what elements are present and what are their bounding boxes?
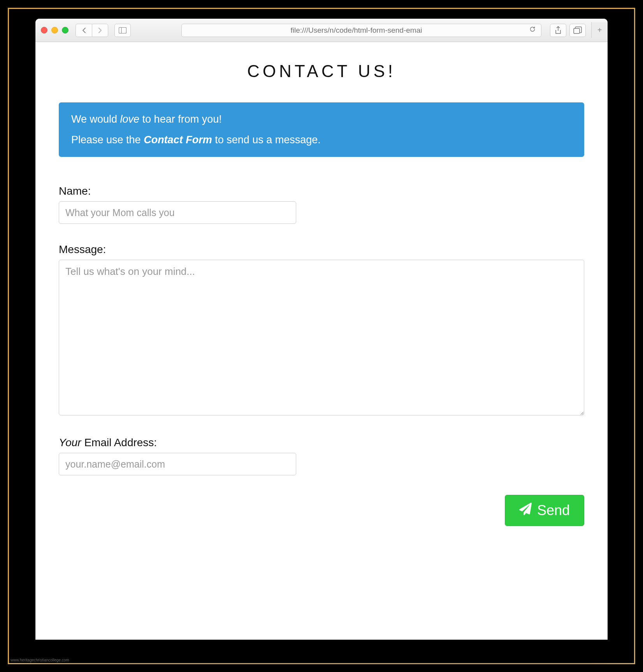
paper-plane-icon (519, 502, 532, 519)
browser-window: file:///Users/n/code/html-form-send-emai (35, 19, 608, 640)
message-input[interactable] (59, 260, 584, 415)
message-label: Message: (59, 243, 584, 256)
tabs-button[interactable] (569, 24, 586, 37)
name-label: Name: (59, 185, 584, 197)
page-content: CONTACT US! We would love to hear from y… (35, 42, 608, 640)
message-group: Message: (59, 243, 584, 417)
share-button[interactable] (550, 24, 566, 37)
address-bar[interactable]: file:///Users/n/code/html-form-send-emai (181, 24, 541, 37)
address-text: file:///Users/n/code/html-form-send-emai (187, 26, 525, 35)
forward-button[interactable] (92, 24, 108, 37)
sidebar-toggle-button[interactable] (114, 24, 131, 37)
send-button[interactable]: Send (505, 495, 584, 526)
toolbar-right: + (550, 23, 602, 38)
send-label: Send (537, 502, 570, 519)
info-box: We would love to hear from you! Please u… (59, 102, 584, 157)
reload-icon[interactable] (529, 26, 536, 34)
watermark: www.heritagechristiancollege.com (11, 658, 69, 662)
back-button[interactable] (76, 24, 92, 37)
svg-rect-0 (119, 27, 126, 33)
close-window-icon[interactable] (41, 27, 47, 33)
name-group: Name: (59, 185, 584, 224)
send-row: Send (59, 495, 584, 526)
tabs-icon (573, 26, 582, 34)
info-line-2: Please use the Contact Form to send us a… (71, 134, 572, 146)
window-controls (41, 27, 69, 33)
maximize-window-icon[interactable] (62, 27, 69, 33)
new-tab-button[interactable]: + (591, 22, 608, 38)
email-input[interactable] (59, 453, 296, 475)
browser-toolbar: file:///Users/n/code/html-form-send-emai (35, 19, 608, 42)
info-line-1: We would love to hear from you! (71, 113, 572, 125)
nav-buttons (76, 24, 108, 37)
minimize-window-icon[interactable] (51, 27, 58, 33)
page-title: CONTACT US! (59, 62, 584, 81)
email-label: Your Email Address: (59, 436, 584, 449)
svg-rect-2 (574, 28, 580, 33)
email-group: Your Email Address: (59, 436, 584, 475)
sidebar-icon (119, 27, 126, 33)
share-icon (555, 26, 562, 35)
name-input[interactable] (59, 201, 296, 224)
